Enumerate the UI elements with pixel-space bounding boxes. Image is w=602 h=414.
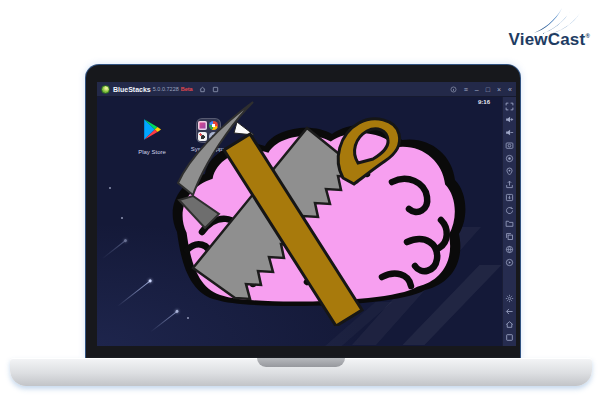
volume-down-icon[interactable]: [505, 128, 514, 137]
wallpaper-comet: [117, 280, 151, 307]
share-icon[interactable]: [505, 180, 514, 189]
app-name: BlueStacks: [113, 86, 151, 93]
media-manager-icon[interactable]: [505, 219, 514, 228]
status-clock: 9:16: [478, 99, 490, 105]
viewcast-wordmark: ViewCast®: [498, 30, 590, 50]
location-icon[interactable]: [505, 167, 514, 176]
collapse-sidebar-button[interactable]: «: [508, 86, 512, 93]
rotate-icon[interactable]: [505, 206, 514, 215]
wallpaper-star: [121, 217, 123, 219]
wallpaper-star: [109, 187, 111, 189]
screenshot-icon[interactable]: [505, 141, 514, 150]
app-version: 5.0.0.7228: [153, 86, 179, 92]
emulator-main: 9:16 Play Store: [97, 97, 516, 346]
volume-up-icon[interactable]: [505, 115, 514, 124]
laptop-base: [10, 358, 592, 386]
page: ViewCast® BlueStacks 5.0.0.7228 Beta ≡ –…: [0, 0, 602, 414]
menu-button[interactable]: ≡: [464, 86, 468, 93]
maximize-button[interactable]: □: [486, 86, 490, 93]
macro-recorder-icon[interactable]: [505, 258, 514, 267]
home-icon[interactable]: [505, 320, 514, 329]
viewcast-logo: ViewCast®: [498, 4, 590, 50]
info-icon[interactable]: [450, 86, 457, 93]
home-icon[interactable]: [199, 86, 206, 93]
recent-apps-icon[interactable]: [505, 333, 514, 342]
multi-instance-icon[interactable]: [505, 232, 514, 241]
screen-record-icon[interactable]: [505, 154, 514, 163]
wallpaper-comet: [102, 240, 126, 259]
laptop-notch: [257, 358, 345, 367]
close-button[interactable]: ×: [497, 86, 501, 93]
install-apk-icon[interactable]: [505, 193, 514, 202]
window-controls: ≡ – □ × «: [450, 86, 512, 93]
emulator-screen: BlueStacks 5.0.0.7228 Beta ≡ – □ × «: [97, 82, 516, 346]
beta-badge: Beta: [181, 86, 193, 92]
android-desktop: 9:16 Play Store: [97, 97, 502, 346]
bluestacks-titlebar: BlueStacks 5.0.0.7228 Beta ≡ – □ × «: [97, 82, 516, 97]
brain-artwork: [157, 100, 469, 326]
globe-icon[interactable]: [505, 245, 514, 254]
minimize-button[interactable]: –: [475, 86, 479, 93]
back-icon[interactable]: [505, 307, 514, 316]
game-controls-icon[interactable]: [505, 294, 514, 303]
bluestacks-logo-icon: [101, 85, 110, 94]
bluestacks-sidebar: [502, 97, 516, 346]
registered-mark: ®: [585, 33, 590, 39]
fullscreen-icon[interactable]: [505, 102, 514, 111]
recent-apps-icon[interactable]: [212, 86, 219, 93]
